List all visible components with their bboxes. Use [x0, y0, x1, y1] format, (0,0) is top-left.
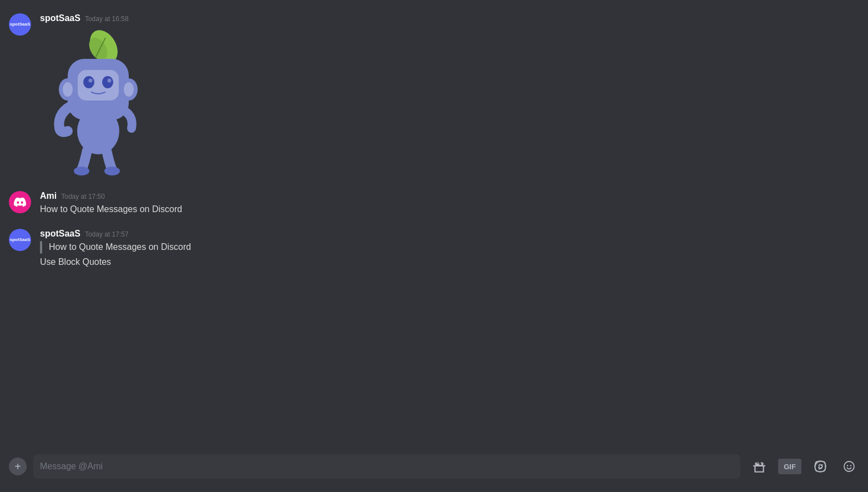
message-group: Ami Today at 17:50 How to Quote Messages… — [9, 189, 859, 218]
username: spotSaaS — [40, 13, 80, 23]
svg-point-15 — [104, 167, 120, 175]
discord-icon — [14, 196, 26, 208]
message-input-area: + GIF — [0, 454, 868, 492]
message-group: spotSaaS spotSaaS Today at 17:57 How to … — [9, 227, 859, 270]
emoji-icon — [842, 460, 856, 473]
plus-icon: + — [14, 461, 21, 472]
timestamp: Today at 17:50 — [61, 193, 105, 200]
add-attachment-button[interactable]: + — [9, 458, 27, 475]
message-header: Ami Today at 17:50 — [40, 191, 859, 201]
blockquote-bar — [40, 241, 42, 253]
blockquote-message: How to Quote Messages on Discord — [40, 241, 859, 253]
message-header: spotSaaS Today at 17:57 — [40, 229, 859, 239]
sticker-icon — [814, 460, 827, 473]
message-input[interactable] — [40, 461, 734, 471]
svg-point-7 — [89, 79, 93, 83]
gift-button[interactable] — [749, 456, 769, 476]
blockquote-text: How to Quote Messages on Discord — [49, 241, 191, 253]
message-content: spotSaaS Today at 16:58 — [40, 13, 859, 178]
svg-point-6 — [102, 76, 113, 88]
avatar — [9, 191, 31, 213]
sticker-button[interactable] — [810, 456, 830, 476]
gif-button[interactable]: GIF — [778, 459, 801, 474]
message-group: spotSaaS spotSaaS Today at 16:58 — [9, 11, 859, 180]
message-header: spotSaaS Today at 16:58 — [40, 13, 859, 23]
message-content: Ami Today at 17:50 How to Quote Messages… — [40, 191, 859, 215]
message-text: Use Block Quotes — [40, 256, 859, 268]
svg-point-12 — [124, 82, 134, 97]
input-icons: GIF — [749, 456, 859, 476]
emoji-button[interactable] — [839, 456, 859, 476]
svg-point-10 — [63, 82, 73, 97]
avatar: spotSaaS — [9, 229, 31, 251]
avatar: spotSaaS — [9, 13, 31, 36]
svg-point-19 — [844, 461, 854, 471]
timestamp: Today at 16:58 — [85, 15, 129, 23]
mascot-svg — [40, 26, 151, 175]
svg-point-5 — [83, 76, 94, 88]
timestamp: Today at 17:57 — [85, 230, 129, 238]
svg-rect-4 — [78, 70, 119, 101]
username: Ami — [40, 191, 57, 201]
svg-point-14 — [74, 167, 89, 175]
gift-icon — [752, 459, 766, 474]
message-input-wrapper — [33, 454, 740, 479]
svg-point-21 — [850, 465, 852, 466]
svg-point-18 — [821, 464, 822, 465]
mascot-container — [40, 26, 859, 178]
message-text: How to Quote Messages on Discord — [40, 203, 859, 215]
message-content: spotSaaS Today at 17:57 How to Quote Mes… — [40, 229, 859, 268]
svg-point-8 — [108, 79, 112, 83]
gif-label: GIF — [784, 463, 796, 471]
chat-area: spotSaaS spotSaaS Today at 16:58 — [0, 0, 868, 454]
username: spotSaaS — [40, 229, 80, 239]
svg-point-20 — [847, 465, 849, 466]
